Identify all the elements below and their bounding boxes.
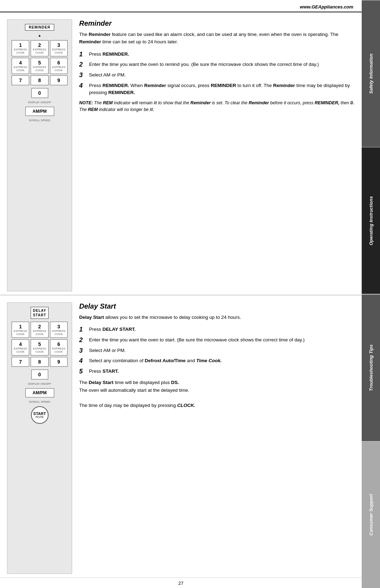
ds-key-7[interactable]: 7 (12, 357, 29, 367)
key-9[interactable]: 9 (50, 75, 68, 85)
reminder-section: REMINDER ▲ 1EXPRESS COOK 2EXPRESS COOK 3… (0, 12, 362, 295)
start-label: START (33, 411, 46, 416)
ds-step-3: 3 Select AM or PM. (79, 347, 355, 355)
sidebar-tab-safety[interactable]: Safety Information (362, 0, 380, 147)
ds-step-2: 2 Enter the time you want the oven to st… (79, 336, 355, 344)
key-4[interactable]: 4EXPRESS COOK (12, 58, 29, 74)
ds-footer-3: The time of day may be displayed by pres… (79, 402, 355, 409)
reminder-step-4: 4 Press REMINDER. When Reminder signal o… (79, 82, 355, 97)
key-8[interactable]: 8 (31, 75, 48, 85)
key-7[interactable]: 7 (12, 75, 29, 85)
reminder-keypad-grid: 1EXPRESS COOK 2EXPRESS COOK 3EXPRESS COO… (12, 40, 68, 85)
delay-start-footer: The Delay Start time will be displayed p… (79, 379, 355, 409)
key-2[interactable]: 2EXPRESS COOK (31, 40, 48, 56)
key-1[interactable]: 1EXPRESS COOK (12, 40, 29, 56)
sidebar-tab-label: Consumer Support (368, 494, 374, 536)
ds-keypad-zero-row: 0 (12, 370, 68, 379)
ds-display-on-off-label: DISPLAY ON/OFF (28, 382, 51, 385)
page-footer: 27 (0, 577, 362, 588)
reminder-title: Reminder (79, 19, 355, 27)
start-sub-label: PAUSE (36, 416, 44, 418)
delay-start-title: Delay Start (79, 302, 355, 310)
reminder-step-3: 3 Select AM or PM. (79, 72, 355, 79)
ds-scroll-speed-label: SCROLL SPEED (29, 400, 50, 403)
reminder-step-1: 1 Press REMINDER. (79, 51, 355, 58)
sidebar-tab-troubleshooting[interactable]: Troubleshooting Tips (362, 294, 380, 441)
reminder-intro: The Reminder feature can be used like an… (79, 31, 355, 46)
reminder-step-2: 2 Enter the time you want the oven to re… (79, 61, 355, 69)
delay-start-keypad-panel: DELAY START 1EXPRESS COOK 2EXPRESS COOK … (7, 302, 72, 574)
delay-start-text: Delay Start Delay Start allows you to se… (79, 302, 355, 574)
website-url: www.GEAppliances.com (300, 4, 353, 10)
delay-start-intro: Delay Start allows you to set the microw… (79, 314, 355, 321)
ds-key-3[interactable]: 3EXPRESS COOK (50, 322, 68, 338)
ds-step-5: 5 Press START. (79, 368, 355, 376)
start-button[interactable]: START PAUSE (31, 406, 49, 424)
delay-start-keypad-label: DELAY START (31, 307, 49, 319)
key-0[interactable]: 0 (31, 88, 48, 98)
main-content: www.GEAppliances.com REMINDER ▲ 1EXPRESS… (0, 0, 362, 588)
delay-start-steps: 1 Press DELAY START. 2 Enter the time yo… (79, 326, 355, 375)
ds-key-9[interactable]: 9 (50, 357, 68, 367)
display-on-off-label: DISPLAY ON/OFF (28, 101, 51, 104)
reminder-text: Reminder The Reminder feature can be use… (79, 19, 355, 291)
ds-key-0[interactable]: 0 (31, 370, 48, 379)
ds-ampm-button[interactable]: AM/PM (25, 388, 54, 397)
ds-key-5[interactable]: 5EXPRESS COOK (31, 339, 48, 355)
scroll-speed-label: SCROLL SPEED (29, 119, 50, 122)
page-header: www.GEAppliances.com (0, 0, 362, 12)
ds-step-4: 4 Select any combination of Defrost Auto… (79, 357, 355, 365)
reminder-arrow-icon: ▲ (38, 33, 42, 37)
reminder-note: NOTE: The REM indicator will remain lit … (79, 100, 355, 113)
ds-key-8[interactable]: 8 (31, 357, 48, 367)
ds-key-1[interactable]: 1EXPRESS COOK (12, 322, 29, 338)
sidebar-tab-operating[interactable]: Operating Instructions (362, 147, 380, 294)
page-number: 27 (178, 581, 183, 586)
ds-key-4[interactable]: 4EXPRESS COOK (12, 339, 29, 355)
reminder-keypad-panel: REMINDER ▲ 1EXPRESS COOK 2EXPRESS COOK 3… (7, 19, 72, 291)
key-6[interactable]: 6EXPRESS COOK (50, 58, 68, 74)
reminder-steps: 1 Press REMINDER. 2 Enter the time you w… (79, 51, 355, 96)
ds-footer-1: The Delay Start time will be displayed p… (79, 379, 355, 386)
ds-step-1: 1 Press DELAY START. (79, 326, 355, 334)
key-3[interactable]: 3EXPRESS COOK (50, 40, 68, 56)
ampm-button[interactable]: AM/PM (25, 107, 54, 116)
sidebar-tab-label: Operating Instructions (368, 196, 374, 245)
keypad-zero-row: 0 (12, 88, 68, 98)
key-5[interactable]: 5EXPRESS COOK (31, 58, 48, 74)
sidebar-tabs: Safety Information Operating Instruction… (362, 0, 380, 588)
ds-footer-2: The oven will automatically start at the… (79, 386, 355, 394)
delay-start-section: DELAY START 1EXPRESS COOK 2EXPRESS COOK … (0, 295, 362, 578)
sidebar-tab-label: Troubleshooting Tips (368, 344, 374, 391)
delay-start-keypad-grid: 1EXPRESS COOK 2EXPRESS COOK 3EXPRESS COO… (12, 322, 68, 367)
sidebar-tab-label: Safety Information (368, 54, 374, 94)
reminder-keypad-label: REMINDER (25, 24, 54, 31)
ds-key-2[interactable]: 2EXPRESS COOK (31, 322, 48, 338)
sidebar-tab-consumer[interactable]: Consumer Support (362, 441, 380, 588)
ds-key-6[interactable]: 6EXPRESS COOK (50, 339, 68, 355)
